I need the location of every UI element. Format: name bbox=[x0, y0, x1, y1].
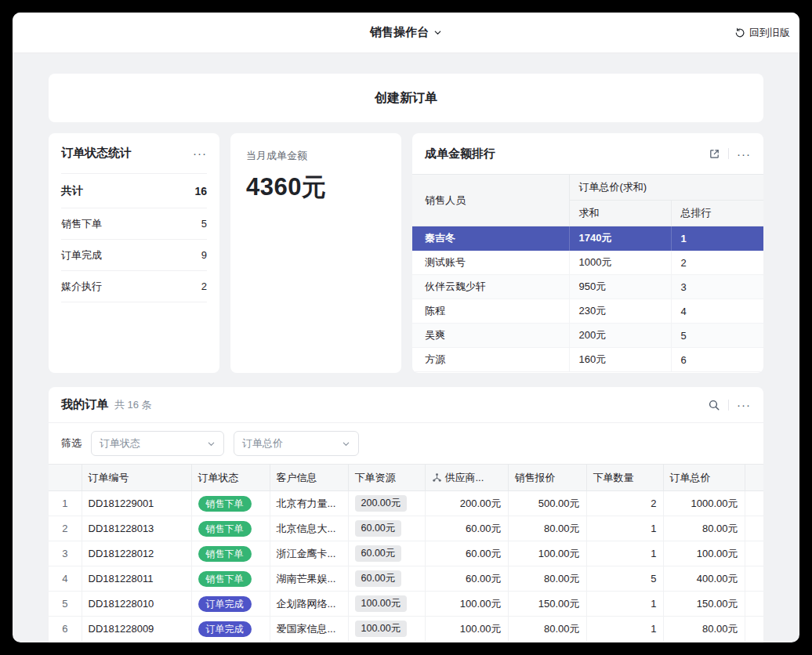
ranking-rank: 2 bbox=[671, 251, 763, 275]
order-row[interactable]: 1 DD181229001 销售下单 北京有力量... 200.00元 200.… bbox=[49, 491, 763, 516]
col-total: 订单总价 bbox=[663, 465, 745, 491]
order-no: DD181228013 bbox=[82, 516, 191, 541]
order-row[interactable]: 2 DD181228013 销售下单 北京信息大... 60.00元 60.00… bbox=[49, 516, 763, 541]
resource-cell: 100.00元 bbox=[348, 617, 425, 642]
supplier-price: 200.00元 bbox=[425, 491, 508, 516]
resource-pill: 100.00元 bbox=[355, 621, 408, 637]
ranking-sum: 200元 bbox=[569, 324, 671, 348]
order-qty: 1 bbox=[586, 617, 663, 642]
ranking-rank: 5 bbox=[671, 324, 763, 348]
ranking-person: 伙伴云魏少轩 bbox=[412, 275, 569, 299]
order-status-cell: 销售下单 bbox=[191, 491, 270, 516]
ranking-person: 吴爽 bbox=[412, 324, 569, 348]
stat-label: 共计 bbox=[61, 184, 83, 198]
resource-pill: 200.00元 bbox=[355, 495, 408, 512]
search-icon[interactable] bbox=[708, 399, 720, 411]
supplier-price: 60.00元 bbox=[425, 541, 508, 566]
resource-pill: 60.00元 bbox=[355, 545, 402, 562]
order-no: DD181228010 bbox=[82, 592, 191, 617]
order-total: 1000.00元 bbox=[663, 491, 745, 516]
ranking-row[interactable]: 陈程 230元 4 bbox=[412, 299, 763, 324]
sales-quote: 80.00元 bbox=[508, 566, 586, 592]
export-icon[interactable] bbox=[709, 148, 720, 160]
stat-value: 5 bbox=[201, 218, 207, 230]
ranking-person: 秦吉冬 bbox=[412, 226, 569, 251]
col-order-no: 订单编号 bbox=[82, 465, 191, 491]
my-orders-title-group: 我的订单 共 16 条 bbox=[61, 397, 152, 412]
ranking-card-title: 成单金额排行 bbox=[425, 147, 495, 161]
order-total: 80.00元 bbox=[663, 617, 745, 642]
stat-value: 9 bbox=[201, 249, 207, 261]
customer-info: 浙江金鹰卡... bbox=[270, 541, 348, 566]
ranking-card-header: 成单金额排行 ··· bbox=[412, 133, 763, 174]
month-amount-title: 当月成单金额 bbox=[246, 149, 386, 163]
order-status-card-title: 订单状态统计 bbox=[61, 146, 132, 161]
orders-header-row: 订单编号 订单状态 客户信息 下单资源 供应商... bbox=[49, 465, 763, 491]
col-customer: 客户信息 bbox=[270, 465, 348, 491]
order-row[interactable]: 5 DD181228010 订单完成 企划路网络... 100.00元 100.… bbox=[49, 592, 763, 617]
order-row[interactable]: 3 DD181228012 销售下单 浙江金鹰卡... 60.00元 60.00… bbox=[49, 541, 763, 566]
order-row[interactable]: 4 DD181228011 销售下单 湖南芒果娱... 60.00元 60.00… bbox=[49, 566, 763, 592]
stats-cards-row: 订单状态统计 ··· 共计 16 销售下单 5 订单完成 9 媒介执行 2 bbox=[49, 133, 763, 373]
supplier-price: 60.00元 bbox=[425, 566, 508, 592]
ranking-row[interactable]: 测试账号 1000元 2 bbox=[412, 251, 763, 275]
more-icon[interactable]: ··· bbox=[737, 148, 751, 160]
order-status-cell: 销售下单 bbox=[191, 516, 270, 541]
stat-label: 媒介执行 bbox=[61, 280, 102, 294]
order-total-filter-select[interactable]: 订单总价 bbox=[234, 431, 359, 456]
col-qty: 下单数量 bbox=[586, 465, 663, 491]
more-icon[interactable]: ··· bbox=[193, 147, 207, 159]
back-to-old-version-button[interactable]: 回到旧版 bbox=[734, 13, 790, 53]
resource-pill: 100.00元 bbox=[355, 595, 408, 612]
customer-info: 北京信息大... bbox=[270, 516, 348, 541]
col-resource: 下单资源 bbox=[348, 465, 425, 491]
sales-quote: 80.00元 bbox=[508, 516, 586, 541]
sales-quote: 150.00元 bbox=[508, 592, 586, 617]
dashboard-content: 创建新订单 订单状态统计 ··· 共计 16 销售下单 5 订单完成 bbox=[13, 53, 799, 642]
ranking-row[interactable]: 伙伴云魏少轩 950元 3 bbox=[412, 275, 763, 299]
status-pill: 订单完成 bbox=[198, 596, 252, 612]
stat-value: 2 bbox=[201, 280, 207, 292]
stat-row-total: 共计 16 bbox=[61, 174, 207, 208]
chevron-down-icon bbox=[342, 440, 350, 448]
order-status-card: 订单状态统计 ··· 共计 16 销售下单 5 订单完成 9 媒介执行 2 bbox=[49, 133, 219, 373]
order-status-filter-select[interactable]: 订单状态 bbox=[91, 431, 224, 456]
top-bar: 销售操作台 回到旧版 bbox=[13, 13, 799, 53]
row-number: 2 bbox=[49, 516, 82, 541]
order-qty: 5 bbox=[586, 566, 663, 592]
resource-cell: 60.00元 bbox=[348, 541, 425, 566]
status-pill: 销售下单 bbox=[198, 521, 252, 537]
col-rank: 总排行 bbox=[671, 201, 763, 226]
sales-quote: 500.00元 bbox=[508, 491, 586, 516]
ranking-row[interactable]: 吴爽 200元 5 bbox=[412, 324, 763, 348]
order-qty: 1 bbox=[586, 516, 663, 541]
order-no: DD181228009 bbox=[82, 617, 191, 642]
row-number: 5 bbox=[49, 592, 82, 617]
order-status-cell: 订单完成 bbox=[191, 617, 270, 642]
create-order-label: 创建新订单 bbox=[375, 90, 437, 107]
stat-row: 媒介执行 2 bbox=[61, 271, 207, 302]
ranking-table: 销售人员 订单总价(求和) 求和 总排行 秦吉冬 1740元 1 bbox=[412, 174, 763, 372]
resource-cell: 200.00元 bbox=[348, 491, 425, 516]
stat-row: 订单完成 9 bbox=[61, 240, 207, 271]
col-row-number bbox=[49, 465, 82, 491]
workspace-title-dropdown[interactable]: 销售操作台 bbox=[370, 25, 442, 40]
month-amount-card: 当月成单金额 4360元 bbox=[230, 133, 401, 373]
status-pill: 销售下单 bbox=[198, 546, 252, 562]
order-row[interactable]: 6 DD181228009 订单完成 爱国家信息... 100.00元 100.… bbox=[49, 617, 763, 642]
order-qty: 1 bbox=[586, 541, 663, 566]
customer-info: 爱国家信息... bbox=[270, 617, 348, 642]
stat-label: 销售下单 bbox=[61, 217, 102, 231]
resource-pill: 60.00元 bbox=[355, 570, 402, 587]
supplier-price: 60.00元 bbox=[425, 516, 508, 541]
more-icon[interactable]: ··· bbox=[737, 399, 751, 411]
row-number: 4 bbox=[49, 566, 82, 592]
ranking-row[interactable]: 方源 160元 6 bbox=[412, 348, 763, 372]
stat-label: 订单完成 bbox=[61, 248, 102, 262]
filler-cell bbox=[745, 491, 763, 516]
status-pill: 订单完成 bbox=[198, 621, 252, 637]
create-order-button[interactable]: 创建新订单 bbox=[49, 74, 763, 122]
sales-quote: 80.00元 bbox=[508, 617, 586, 642]
my-orders-header: 我的订单 共 16 条 ··· bbox=[49, 387, 763, 423]
ranking-row[interactable]: 秦吉冬 1740元 1 bbox=[412, 226, 763, 251]
